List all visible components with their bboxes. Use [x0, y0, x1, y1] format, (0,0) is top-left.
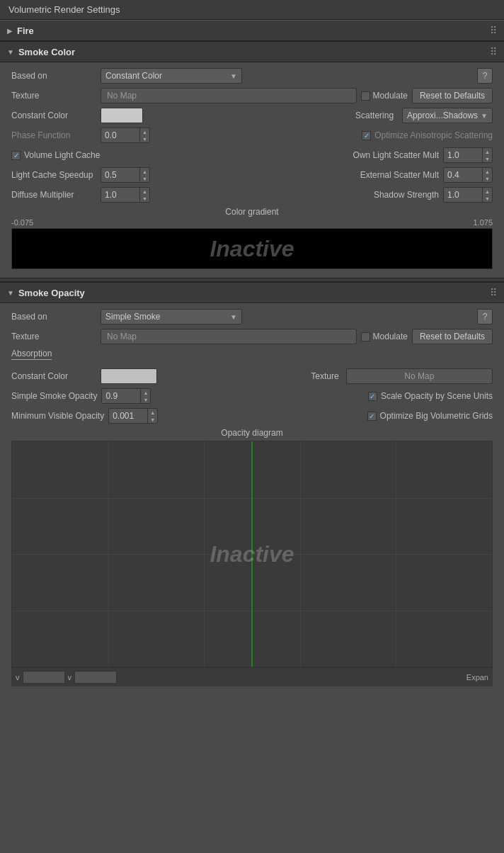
phase-function-spinner[interactable]: 0.0 ▲ ▼: [101, 128, 150, 143]
so-texture-field[interactable]: No Map: [101, 329, 357, 344]
opacity-diagram[interactable]: Inactive: [11, 441, 493, 667]
color-gradient-label: Color gradient: [11, 207, 493, 217]
shadow-strength-label: Shadow Strength: [374, 190, 439, 200]
diagram-v-label-right: v: [68, 673, 72, 682]
shadow-strength-spinner[interactable]: 1.0 ▲ ▼: [443, 187, 493, 203]
diagram-bottom-bar: v v Expan: [11, 667, 493, 687]
color-gradient-inactive: Inactive: [210, 236, 294, 262]
diagram-input-right[interactable]: [74, 671, 117, 684]
mvo-row: Minimum Visible Opacity 0.001 ▲ ▼ ✓ Opti…: [11, 408, 493, 424]
smoke-opacity-collapse-icon: ▼: [7, 289, 14, 297]
ext-arrows[interactable]: ▲ ▼: [482, 168, 492, 182]
absorption-label: Absorption: [11, 349, 52, 360]
gradient-range-row: -0.075 1.075: [11, 218, 493, 227]
vlc-checkbox-row: ✓ Volume Light Cache: [11, 150, 100, 160]
diagram-input-left[interactable]: [23, 671, 65, 684]
phase-down-arrow[interactable]: ▼: [140, 135, 149, 142]
phase-spinner-arrows[interactable]: ▲ ▼: [139, 128, 149, 142]
own-light-scatter-label: Own Light Scatter Mult: [353, 150, 439, 160]
sso-up[interactable]: ▲: [141, 389, 150, 396]
smoke-opacity-help-button[interactable]: ?: [477, 309, 493, 324]
diffuse-multiplier-spinner[interactable]: 1.0 ▲ ▼: [101, 187, 150, 203]
based-on-value: Constant Color: [105, 71, 162, 81]
ext-down[interactable]: ▼: [483, 175, 492, 182]
dm-up[interactable]: ▲: [140, 188, 149, 195]
smoke-opacity-title: Smoke Opacity: [18, 288, 85, 298]
so-constant-color-label: Constant Color: [11, 371, 96, 381]
light-cache-speedup-spinner[interactable]: 0.5 ▲ ▼: [101, 167, 150, 183]
texture-field[interactable]: No Map: [101, 88, 357, 103]
lcs-down[interactable]: ▼: [140, 175, 149, 182]
optimize-big-checkbox[interactable]: ✓: [367, 412, 377, 421]
scattering-dropdown[interactable]: Approxi...Shadows ▼: [402, 108, 493, 123]
phase-up-arrow[interactable]: ▲: [140, 128, 149, 135]
so-based-on-dropdown[interactable]: Simple Smoke ▼: [101, 309, 242, 324]
optimize-big-row: ✓ Optimize Big Volumetric Grids: [367, 411, 493, 421]
window-title: Volumetric Render Settings: [8, 4, 120, 15]
smoke-opacity-based-on-row: Based on Simple Smoke ▼ ?: [11, 309, 493, 324]
so-constant-color-swatch[interactable]: [101, 368, 157, 384]
smoke-opacity-reset-button[interactable]: Reset to Defaults: [412, 329, 493, 344]
sso-down[interactable]: ▼: [141, 396, 150, 403]
own-light-down[interactable]: ▼: [483, 155, 492, 162]
smoke-color-texture-row: Texture No Map Modulate Reset to Default…: [11, 88, 493, 103]
ss-up[interactable]: ▲: [483, 188, 492, 195]
ss-down[interactable]: ▼: [483, 195, 492, 202]
own-light-arrows[interactable]: ▲ ▼: [482, 148, 492, 162]
minimum-visible-label: Minimum Visible Opacity: [11, 411, 104, 421]
ext-up[interactable]: ▲: [483, 168, 492, 175]
fire-collapse-icon: ▶: [7, 27, 13, 35]
fire-section-header[interactable]: ▶ Fire ⠿: [0, 20, 504, 41]
mvo-arrows[interactable]: ▲ ▼: [147, 409, 157, 423]
scale-opacity-label: Scale Opacity by Scene Units: [381, 391, 493, 401]
lcs-row: Light Cache Speedup 0.5 ▲ ▼ External Sca…: [11, 167, 493, 183]
dm-arrows[interactable]: ▲ ▼: [139, 188, 149, 202]
diffuse-multiplier-label: Diffuse Multiplier: [11, 190, 96, 200]
based-on-dropdown[interactable]: Constant Color ▼: [101, 68, 242, 84]
minimum-visible-spinner[interactable]: 0.001 ▲ ▼: [108, 408, 158, 424]
sso-arrows[interactable]: ▲ ▼: [140, 389, 150, 403]
so-based-on-value: Simple Smoke: [105, 312, 160, 322]
ss-arrows[interactable]: ▲ ▼: [482, 188, 492, 202]
smoke-opacity-section-header[interactable]: ▼ Smoke Opacity ⠿: [0, 282, 504, 303]
constant-color-swatch[interactable]: [101, 108, 143, 123]
constant-color-scattering-row: Constant Color Scattering Approxi...Shad…: [11, 108, 493, 123]
smoke-color-based-on-row: Based on Constant Color ▼ ?: [11, 68, 493, 84]
diagram-expand[interactable]: Expan: [466, 673, 488, 682]
dm-down[interactable]: ▼: [140, 195, 149, 202]
own-light-scatter-spinner[interactable]: 1.0 ▲ ▼: [443, 147, 493, 163]
smoke-color-reset-button[interactable]: Reset to Defaults: [412, 88, 493, 103]
simple-smoke-opacity-spinner[interactable]: 0.9 ▲ ▼: [101, 388, 151, 404]
modulate-checkbox[interactable]: [361, 91, 370, 101]
optimize-checkbox[interactable]: ✓: [362, 131, 371, 140]
smoke-color-section-header[interactable]: ▼ Smoke Color ⠿: [0, 41, 504, 62]
lcs-arrows[interactable]: ▲ ▼: [139, 168, 149, 182]
mvo-down[interactable]: ▼: [148, 416, 157, 423]
own-light-up[interactable]: ▲: [483, 148, 492, 155]
so-modulate-checkbox[interactable]: [361, 332, 370, 341]
smoke-color-collapse-icon: ▼: [7, 48, 14, 56]
gradient-bar[interactable]: Inactive: [11, 228, 493, 269]
scale-opacity-checkbox[interactable]: ✓: [368, 392, 377, 401]
external-scatter-spinner[interactable]: 0.4 ▲ ▼: [443, 167, 493, 183]
modulate-row: Modulate: [361, 91, 408, 101]
fire-section-title: Fire: [17, 26, 34, 36]
so-modulate-label: Modulate: [373, 332, 408, 341]
smoke-opacity-content: Based on Simple Smoke ▼ ? Texture No Map…: [0, 303, 504, 695]
so-based-on-arrow: ▼: [230, 313, 237, 321]
phase-function-label: Phase Function: [11, 130, 96, 140]
smoke-color-dots-icon: ⠿: [490, 46, 497, 57]
mvo-up[interactable]: ▲: [148, 409, 157, 416]
diffuse-multiplier-value: 1.0: [101, 190, 139, 200]
so-texture-row: Texture No Map Modulate Reset to Default…: [11, 329, 493, 344]
lcs-up[interactable]: ▲: [140, 168, 149, 175]
smoke-opacity-dots-icon: ⠿: [490, 287, 497, 298]
so-no-map-btn[interactable]: No Map: [346, 368, 493, 384]
smoke-color-content: Based on Constant Color ▼ ? Texture No M…: [0, 62, 504, 278]
vlc-checkbox[interactable]: ✓: [11, 151, 21, 160]
phase-function-value: 0.0: [101, 130, 139, 140]
smoke-color-help-button[interactable]: ?: [477, 68, 493, 84]
fire-dots-icon: ⠿: [490, 25, 497, 36]
light-cache-speedup-label: Light Cache Speedup: [11, 170, 96, 180]
so-constant-texture-row: Constant Color Texture No Map: [11, 368, 493, 384]
